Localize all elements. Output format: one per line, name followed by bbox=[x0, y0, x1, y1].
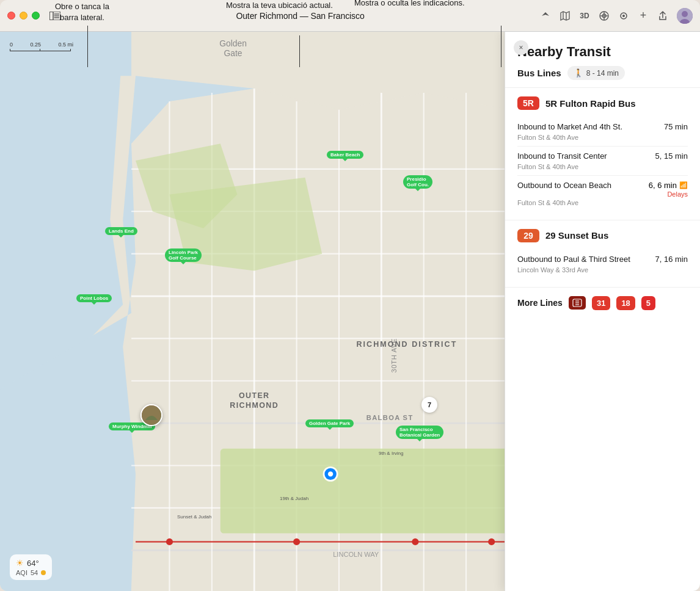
weather-badge: ☀ 64° AQI 54 bbox=[10, 554, 52, 580]
scale-0: 0 bbox=[10, 42, 13, 48]
transit-header: Nearby Transit Bus Lines 🚶 8 - 14 min bbox=[505, 32, 700, 88]
map-area[interactable]: BALBOA ST 30TH AVE Golden Gate RICHMOND … bbox=[0, 32, 700, 591]
map-number-7[interactable]: 7 bbox=[421, 397, 437, 413]
scale-bar: 0 0.25 0.5 mi bbox=[10, 42, 73, 51]
walk-time-badge[interactable]: 🚶 8 - 14 min bbox=[567, 66, 625, 80]
bus-stop-row[interactable]: Outbound to Paul & Third Street 7, 16 mi… bbox=[517, 250, 688, 278]
stop-direction: Inbound to Transit Center bbox=[517, 151, 655, 162]
poi-baker-beach[interactable]: Baker Beach bbox=[327, 151, 363, 159]
temperature-value: 64° bbox=[27, 559, 39, 568]
stop-9th-irving: 9th & Irving bbox=[379, 451, 403, 456]
stop-time: 7, 16 min bbox=[655, 255, 688, 264]
traffic-lights bbox=[7, 12, 40, 20]
stop-location: Lincoln Way & 33rd Ave bbox=[517, 266, 688, 274]
transit-title: Nearby Transit bbox=[517, 44, 688, 60]
titlebar-actions: 3D + bbox=[540, 8, 693, 24]
bus-badge-29: 29 bbox=[517, 229, 539, 242]
transit-panel: × Nearby Transit Bus Lines 🚶 8 - 14 min … bbox=[505, 32, 700, 591]
stop-direction: Outbound to Paul & Third Street bbox=[517, 255, 655, 265]
photo-marker[interactable] bbox=[140, 404, 162, 426]
svg-text:LINCOLN WAY: LINCOLN WAY bbox=[333, 551, 379, 558]
aqi-dot bbox=[41, 570, 46, 575]
svg-point-53 bbox=[328, 471, 333, 476]
bus-line-5r-section: 5R 5R Fulton Rapid Bus Inbound to Market… bbox=[505, 88, 700, 220]
threed-button[interactable]: 3D bbox=[579, 10, 590, 21]
stop-location: Fulton St & 40th Ave bbox=[517, 163, 688, 170]
walk-icon: 🚶 bbox=[574, 68, 583, 78]
poi-presidio[interactable]: PresidioGolf Cou. bbox=[403, 175, 432, 189]
svg-text:Gate: Gate bbox=[224, 48, 242, 58]
svg-point-46 bbox=[293, 538, 300, 545]
svg-text:BALBOA ST: BALBOA ST bbox=[366, 414, 414, 421]
bus-stop-row[interactable]: Inbound to Market And 4th St. 75 min Ful… bbox=[517, 117, 688, 147]
walk-time-value: 8 - 14 min bbox=[586, 69, 619, 78]
sun-icon: ☀ bbox=[16, 558, 24, 568]
svg-point-45 bbox=[166, 538, 173, 545]
stop-direction: Outbound to Ocean Beach bbox=[517, 181, 649, 191]
svg-point-48 bbox=[488, 538, 495, 545]
stop-time: 75 min bbox=[664, 122, 688, 131]
more-lines-badge-5[interactable]: 5 bbox=[641, 296, 655, 310]
close-button[interactable] bbox=[7, 12, 15, 20]
poi-point-lobos[interactable]: Point Lobos bbox=[76, 294, 112, 302]
aqi-label: AQI bbox=[16, 569, 27, 576]
weather-temp: ☀ 64° bbox=[16, 558, 46, 568]
stop-sunset-judah: Sunset & Judah bbox=[177, 514, 211, 520]
sidebar-toggle-button[interactable] bbox=[49, 12, 60, 20]
stop-location: Fulton St & 40th Ave bbox=[517, 199, 688, 206]
bus-line-29-section: 29 29 Sunset Bus Outbound to Paul & Thir… bbox=[505, 220, 700, 288]
bus-5r-name: 5R Fulton Rapid Bus bbox=[545, 98, 636, 109]
location-current-icon[interactable] bbox=[618, 10, 629, 21]
bus-stop-row[interactable]: Inbound to Transit Center 5, 15 min Fult… bbox=[517, 147, 688, 176]
more-lines-badge-icon[interactable] bbox=[569, 296, 586, 310]
more-lines-section: More Lines 31 18 5 bbox=[505, 288, 700, 319]
titlebar: Outer Richmond — San Francisco 3D bbox=[0, 0, 700, 32]
bus-lines-label: Bus Lines bbox=[517, 68, 561, 78]
poi-golden-gate-park[interactable]: Golden Gate Park bbox=[305, 419, 354, 427]
stop-direction: Inbound to Market And 4th St. bbox=[517, 122, 664, 132]
svg-text:OUTER: OUTER bbox=[239, 391, 270, 400]
svg-point-47 bbox=[412, 538, 418, 545]
stop-location: Fulton St & 40th Ave bbox=[517, 134, 688, 141]
map-icon[interactable] bbox=[560, 10, 571, 21]
delay-signal-icon: 📶 bbox=[679, 181, 688, 189]
location-icon[interactable] bbox=[540, 10, 551, 21]
avatar[interactable] bbox=[677, 8, 693, 24]
transit-filter-row: Bus Lines 🚶 8 - 14 min bbox=[517, 66, 688, 80]
poi-lincoln-park[interactable]: Lincoln ParkGolf Course bbox=[165, 248, 202, 262]
svg-text:Golden: Golden bbox=[219, 38, 247, 48]
svg-point-65 bbox=[142, 405, 161, 425]
svg-point-14 bbox=[682, 11, 688, 17]
scale-05: 0.5 mi bbox=[58, 42, 73, 48]
bus-29-name: 29 Sunset Bus bbox=[545, 230, 608, 241]
scale-025: 0.25 bbox=[30, 42, 41, 48]
bus-5r-header[interactable]: 5R 5R Fulton Rapid Bus bbox=[517, 96, 688, 110]
svg-text:RICHMOND: RICHMOND bbox=[230, 401, 279, 410]
more-lines-badge-18[interactable]: 18 bbox=[616, 296, 635, 310]
maximize-button[interactable] bbox=[32, 12, 40, 20]
bus-29-header[interactable]: 29 29 Sunset Bus bbox=[517, 229, 688, 242]
close-panel-button[interactable]: × bbox=[514, 40, 528, 55]
add-icon[interactable]: + bbox=[638, 10, 649, 21]
svg-text:RICHMOND DISTRICT: RICHMOND DISTRICT bbox=[356, 340, 457, 349]
stop-time: 6, 6 min 📶 bbox=[649, 181, 688, 190]
more-lines-badge-31[interactable]: 31 bbox=[592, 296, 610, 310]
stop-19th-judah: 19th & Judah bbox=[280, 496, 308, 501]
svg-rect-0 bbox=[49, 12, 53, 20]
poi-lands-end[interactable]: Lands End bbox=[105, 227, 137, 235]
delay-badge: Delays bbox=[667, 190, 688, 198]
share-icon[interactable] bbox=[657, 10, 668, 21]
stop-time: 5, 15 min bbox=[655, 151, 688, 161]
app-window: Obre o tanca labarra lateral. Mostra la … bbox=[0, 0, 700, 591]
poi-botanical-garden[interactable]: San FranciscoBotanical Garden bbox=[396, 426, 443, 439]
bus-badge-5r: 5R bbox=[517, 96, 539, 110]
stop-time-delay: 6, 6 min 📶 Delays bbox=[649, 181, 688, 198]
bus-stop-row[interactable]: Outbound to Ocean Beach 6, 6 min 📶 Delay… bbox=[517, 176, 688, 211]
more-lines-label: More Lines bbox=[517, 298, 563, 308]
weather-aqi: AQI 54 bbox=[16, 569, 46, 576]
layers-icon[interactable] bbox=[599, 10, 610, 21]
minimize-button[interactable] bbox=[20, 12, 27, 20]
aqi-value: 54 bbox=[31, 569, 38, 576]
window-title: Outer Richmond — San Francisco bbox=[65, 11, 535, 21]
svg-point-12 bbox=[622, 15, 625, 17]
